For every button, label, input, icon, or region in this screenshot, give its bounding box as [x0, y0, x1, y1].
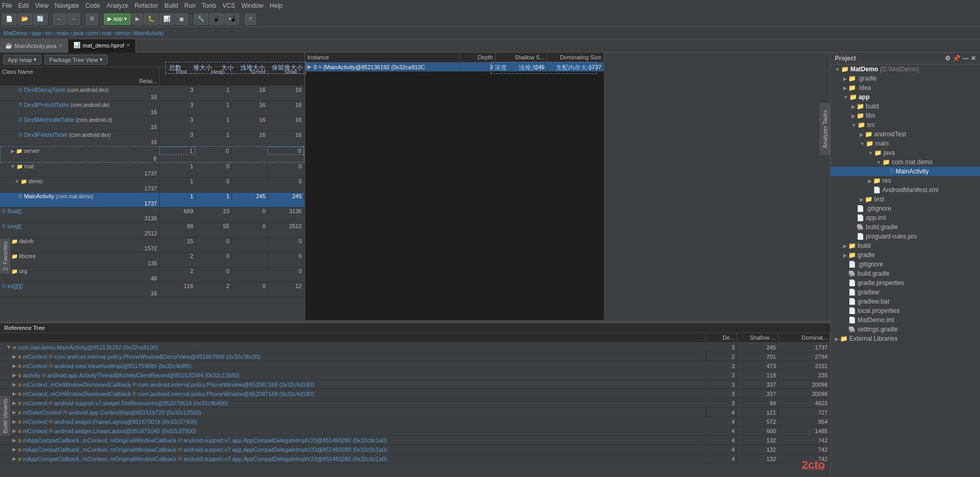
expand-icon[interactable]: ▶	[860, 132, 864, 137]
table-row[interactable]: © Dex$MethodIdTable (com.android.d) 3 1 …	[0, 116, 304, 131]
expand-icon[interactable]: ▶	[835, 336, 839, 342]
bc-java[interactable]: java	[73, 30, 83, 36]
list-item[interactable]: ▶ ≡ mContext in android.widget.LinearLay…	[0, 426, 830, 436]
tab-mainactivity-java[interactable]: ☕ MainActivity.java ✕	[0, 39, 68, 53]
pt-row[interactable]: ▶ 📄 gradlew.bat	[831, 297, 980, 306]
expand-icon[interactable]: ▶	[12, 381, 17, 387]
table-row[interactable]: © Dex$ProtoIdTable (com.android.de) 3 1 …	[0, 101, 304, 116]
pt-row[interactable]: ▶ 📁 test	[831, 195, 980, 204]
menu-file[interactable]: File	[2, 2, 12, 9]
expand-icon[interactable]: ▶	[12, 437, 17, 443]
expand-icon[interactable]: ▶	[12, 456, 17, 462]
table-row[interactable]: © Dex$StringTable (com.android.dex) 3 1 …	[0, 86, 304, 101]
app-heap-dropdown[interactable]: App heap ▾	[3, 55, 41, 65]
expand-icon[interactable]: ▶	[12, 409, 17, 415]
pt-row[interactable]: ▶ 🐘 build.gradle	[831, 269, 980, 278]
run-app-btn[interactable]: ▶ app ▾	[104, 13, 131, 25]
tab-hprof-close[interactable]: ✕	[126, 42, 130, 48]
list-item[interactable]: ▶ ≡ mContext in com.android.internal.pol…	[0, 352, 830, 361]
tab-mat-demo-hprof[interactable]: 📊 mat_demo.hprof ✕	[68, 39, 136, 53]
bc-app[interactable]: app	[32, 30, 41, 36]
table-row[interactable]: ▶ 📁 libcore 2 0 0 136	[0, 252, 304, 267]
bc-demo[interactable]: demo	[116, 30, 130, 36]
expand-icon[interactable]: ▼	[835, 67, 840, 72]
pt-row-selected[interactable]: ▶ © MainActivity	[831, 167, 980, 176]
table-row[interactable]: © float[] 689 23 0 3136 3136	[0, 208, 304, 222]
analyzer-tasks-tab[interactable]: Analyzer Tasks	[820, 103, 830, 155]
expand-icon[interactable]: ▶	[12, 372, 17, 378]
bc-mat[interactable]: mat	[102, 30, 112, 36]
run-btn[interactable]: ▶	[132, 13, 143, 25]
new-project-btn[interactable]: 📄	[2, 13, 17, 25]
expand-icon[interactable]: ▶	[12, 428, 17, 434]
expand-icon[interactable]: ▶	[843, 85, 847, 91]
list-item[interactable]: ▶ ≡ mAppCompatCallback, mContext, mOrigi…	[0, 454, 830, 464]
pt-row[interactable]: ▼ 📁 app	[831, 92, 980, 102]
expand-icon[interactable]: ▶	[860, 197, 864, 202]
debug-btn[interactable]: 🐛	[144, 13, 159, 25]
bc-src[interactable]: src	[45, 30, 53, 36]
bc-matdemo[interactable]: MatDemo	[3, 30, 28, 36]
pt-row[interactable]: ▼ 📁 com.mat.demo	[831, 157, 980, 167]
menu-help[interactable]: Help	[270, 2, 283, 9]
list-item[interactable]: ▶ ≡ mContext, mOnWindowDismissedCallback…	[0, 389, 830, 399]
tab-java-close[interactable]: ✕	[58, 43, 63, 49]
pt-row[interactable]: ▶ 📄 MatDemo.iml	[831, 315, 980, 325]
expand-icon[interactable]: ▼	[6, 344, 11, 350]
menu-window[interactable]: Window	[241, 2, 263, 9]
pt-row[interactable]: ▶ 📄 .gitignore	[831, 204, 980, 213]
build-menu-btn[interactable]: ⚙	[86, 13, 98, 25]
sync-btn[interactable]: 🔄	[33, 13, 48, 25]
menu-view[interactable]: View	[35, 2, 49, 9]
table-row[interactable]: ▼ 📁 demo 1 0 0 1737	[0, 178, 304, 193]
menu-edit[interactable]: Edit	[18, 2, 29, 9]
menu-vcs[interactable]: VCS	[223, 2, 236, 9]
menu-build[interactable]: Build	[164, 2, 178, 9]
open-btn[interactable]: 📂	[18, 13, 32, 25]
pt-row[interactable]: ▶ 📁 .idea	[831, 83, 980, 92]
pt-row[interactable]: ▶ 📄 AndroidManifest.xml	[831, 185, 980, 195]
expand-icon[interactable]: ▼	[876, 160, 881, 165]
table-row[interactable]: ▶ 📁 org 2 0 0 48	[0, 267, 304, 282]
menu-code[interactable]: Code	[85, 2, 100, 9]
pt-row[interactable]: ▶ 📁 androidTest	[831, 130, 980, 139]
help-btn[interactable]: ?	[245, 13, 255, 25]
pt-row[interactable]: ▶ 📁 build	[831, 102, 980, 111]
pt-row[interactable]: ▶ 📁 gradle	[831, 250, 980, 260]
expand-icon[interactable]: ▶	[12, 419, 17, 424]
expand-icon[interactable]: ▶	[12, 391, 17, 396]
package-tree-dropdown[interactable]: Package Tree View ▾	[44, 55, 107, 65]
pt-row[interactable]: ▶ 📁 build	[831, 241, 980, 250]
expand-icon[interactable]: ▶	[11, 148, 15, 154]
expand-icon[interactable]: ▼	[843, 94, 848, 100]
table-row[interactable]: © int[][][] 116 2 0 12 16	[0, 282, 304, 297]
instance-row[interactable]: ▶ 0 = {MainActivity@852136192 (0x32ca910…	[305, 62, 604, 72]
list-item[interactable]: ▶ ≡ mContext in android.support.v7.widge…	[0, 399, 830, 408]
run-with-coverage-btn[interactable]: 📊	[160, 13, 174, 25]
pt-row[interactable]: ▼ 📁 java	[831, 148, 980, 157]
expand-icon[interactable]: ▼	[868, 150, 873, 156]
expand-icon[interactable]: ▶	[12, 447, 17, 452]
project-panel-close[interactable]: ✕	[971, 55, 976, 62]
table-row[interactable]: © long[] 88 55 0 2512 2512	[0, 222, 304, 237]
expand-icon[interactable]: ▶	[843, 243, 847, 249]
expand-icon[interactable]: ▶	[12, 363, 17, 369]
pt-row[interactable]: ▶ 📄 gradle.properties	[831, 278, 980, 288]
pt-row[interactable]: ▼ 📁 main	[831, 139, 980, 148]
build-variants-tab[interactable]: Build Variants	[0, 396, 10, 436]
pt-row[interactable]: ▼ 📁 MatDemo (D:\MatDemo)	[831, 65, 980, 74]
pt-row[interactable]: ▶ 📄 local.properties	[831, 306, 980, 315]
table-row[interactable]: ▼ 📁 mat 1 0 0 1737	[0, 163, 304, 178]
pt-row[interactable]: ▶ 📁 libs	[831, 111, 980, 120]
expand-icon[interactable]: ▶	[851, 113, 855, 119]
list-item[interactable]: ▼ ≡ com.mat.demo.MainActivity@852136192 …	[0, 343, 830, 352]
back-btn[interactable]: ←	[53, 13, 66, 25]
list-item[interactable]: ▶ ≡ mOuterContext in android.app.Context…	[0, 408, 830, 417]
list-item[interactable]: ▶ ≡ mContext in android.widget.FrameLayo…	[0, 417, 830, 426]
pt-row[interactable]: ▶ 📄 gradlew	[831, 288, 980, 297]
list-item[interactable]: ▶ ≡ mAppCompatCallback, mContext, mOrigi…	[0, 445, 830, 454]
project-settings-btn[interactable]: ⚙	[945, 55, 951, 62]
expand-icon[interactable]: ▶	[851, 104, 855, 109]
table-row[interactable]: © Dex$FieldIdTable (com.android.dex) 3 1…	[0, 131, 304, 146]
forward-btn[interactable]: →	[67, 13, 80, 25]
